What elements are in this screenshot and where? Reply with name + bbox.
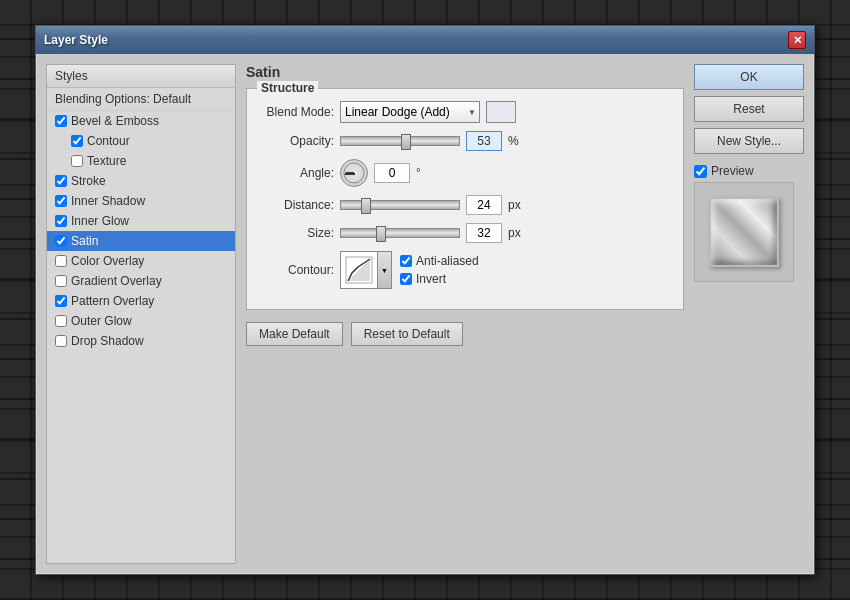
dialog-title: Layer Style <box>44 33 108 47</box>
distance-row: Distance: px <box>259 195 671 215</box>
size-row: Size: px <box>259 223 671 243</box>
dialog-body: Styles Blending Options: Default Bevel &… <box>36 54 814 574</box>
size-label: Size: <box>259 226 334 240</box>
reset-button[interactable]: Reset <box>694 96 804 122</box>
sidebar-item-color-overlay[interactable]: Color Overlay <box>47 251 235 271</box>
contour-label: Contour: <box>259 263 334 277</box>
opacity-input[interactable] <box>466 131 502 151</box>
size-slider-track[interactable] <box>340 228 460 238</box>
section-title: Satin <box>246 64 684 80</box>
sidebar-item-pattern-overlay[interactable]: Pattern Overlay <box>47 291 235 311</box>
invert-text: Invert <box>416 272 446 286</box>
sidebar-item-outer-glow[interactable]: Outer Glow <box>47 311 235 331</box>
contour-row: Contour: ▼ <box>259 251 671 289</box>
structure-group: Structure Blend Mode: NormalDissolveDark… <box>246 88 684 310</box>
checkbox-satin[interactable] <box>55 235 67 247</box>
sidebar-item-bevel-emboss[interactable]: Bevel & Emboss <box>47 111 235 131</box>
sidebar-item-inner-shadow[interactable]: Inner Shadow <box>47 191 235 211</box>
angle-input[interactable] <box>374 163 410 183</box>
checkbox-texture[interactable] <box>71 155 83 167</box>
anti-aliased-label[interactable]: Anti-aliased <box>400 254 479 268</box>
sidebar-item-label-satin: Satin <box>71 234 98 248</box>
styles-header[interactable]: Styles <box>47 65 235 88</box>
checkbox-stroke[interactable] <box>55 175 67 187</box>
opacity-slider-thumb[interactable] <box>401 134 411 150</box>
preview-box <box>694 182 794 282</box>
checkbox-color-overlay[interactable] <box>55 255 67 267</box>
blend-mode-row: Blend Mode: NormalDissolveDarkenMultiply… <box>259 101 671 123</box>
distance-input[interactable] <box>466 195 502 215</box>
opacity-row: Opacity: % <box>259 131 671 151</box>
preview-section: Preview <box>694 164 804 282</box>
svg-point-0 <box>344 163 364 183</box>
sidebar-item-inner-glow[interactable]: Inner Glow <box>47 211 235 231</box>
left-panel: Styles Blending Options: Default Bevel &… <box>46 64 236 564</box>
distance-slider-track[interactable] <box>340 200 460 210</box>
make-default-button[interactable]: Make Default <box>246 322 343 346</box>
style-list: Bevel & EmbossContourTextureStrokeInner … <box>47 111 235 351</box>
checkbox-outer-glow[interactable] <box>55 315 67 327</box>
title-bar: Layer Style ✕ <box>36 26 814 54</box>
close-button[interactable]: ✕ <box>788 31 806 49</box>
opacity-slider-track[interactable] <box>340 136 460 146</box>
contour-preview[interactable] <box>340 251 378 289</box>
anti-aliased-text: Anti-aliased <box>416 254 479 268</box>
sidebar-item-label-bevel-emboss: Bevel & Emboss <box>71 114 159 128</box>
size-input[interactable] <box>466 223 502 243</box>
sidebar-item-label-outer-glow: Outer Glow <box>71 314 132 328</box>
contour-options: Anti-aliased Invert <box>400 254 479 286</box>
distance-slider-thumb[interactable] <box>361 198 371 214</box>
blend-mode-label: Blend Mode: <box>259 105 334 119</box>
sidebar-item-label-inner-shadow: Inner Shadow <box>71 194 145 208</box>
checkbox-gradient-overlay[interactable] <box>55 275 67 287</box>
sidebar-item-label-stroke: Stroke <box>71 174 106 188</box>
preview-checkbox[interactable] <box>694 165 707 178</box>
contour-dropdown-btn[interactable]: ▼ <box>378 251 392 289</box>
bottom-buttons: Make Default Reset to Default <box>246 322 684 346</box>
blend-mode-select[interactable]: NormalDissolveDarkenMultiplyColor BurnLi… <box>340 101 480 123</box>
sidebar-item-drop-shadow[interactable]: Drop Shadow <box>47 331 235 351</box>
preview-satin-visual <box>709 197 779 267</box>
checkbox-bevel-emboss[interactable] <box>55 115 67 127</box>
sidebar-item-satin[interactable]: Satin <box>47 231 235 251</box>
checkbox-pattern-overlay[interactable] <box>55 295 67 307</box>
distance-label: Distance: <box>259 198 334 212</box>
structure-legend: Structure <box>257 81 318 95</box>
angle-dial[interactable] <box>340 159 368 187</box>
angle-row: Angle: ° <box>259 159 671 187</box>
sidebar-item-label-texture: Texture <box>87 154 126 168</box>
opacity-unit: % <box>508 134 519 148</box>
invert-label[interactable]: Invert <box>400 272 479 286</box>
right-panel: OK Reset New Style... Preview <box>694 64 804 564</box>
reset-to-default-button[interactable]: Reset to Default <box>351 322 463 346</box>
distance-unit: px <box>508 198 521 212</box>
main-content: Satin Structure Blend Mode: NormalDissol… <box>246 64 684 564</box>
checkbox-inner-glow[interactable] <box>55 215 67 227</box>
invert-checkbox[interactable] <box>400 273 412 285</box>
sidebar-item-gradient-overlay[interactable]: Gradient Overlay <box>47 271 235 291</box>
ok-button[interactable]: OK <box>694 64 804 90</box>
sidebar-item-label-color-overlay: Color Overlay <box>71 254 144 268</box>
sidebar-item-label-gradient-overlay: Gradient Overlay <box>71 274 162 288</box>
layer-style-dialog: Layer Style ✕ Styles Blending Options: D… <box>35 25 815 575</box>
blend-mode-select-wrapper: NormalDissolveDarkenMultiplyColor BurnLi… <box>340 101 480 123</box>
angle-label: Angle: <box>259 166 334 180</box>
size-slider-thumb[interactable] <box>376 226 386 242</box>
sidebar-item-texture[interactable]: Texture <box>47 151 235 171</box>
checkbox-inner-shadow[interactable] <box>55 195 67 207</box>
contour-control: ▼ Anti-aliased Invert <box>340 251 479 289</box>
blend-color-swatch[interactable] <box>486 101 516 123</box>
blending-options-item[interactable]: Blending Options: Default <box>47 88 235 111</box>
sidebar-item-label-drop-shadow: Drop Shadow <box>71 334 144 348</box>
preview-checkbox-label[interactable]: Preview <box>694 164 804 178</box>
angle-unit: ° <box>416 166 421 180</box>
anti-aliased-checkbox[interactable] <box>400 255 412 267</box>
new-style-button[interactable]: New Style... <box>694 128 804 154</box>
sidebar-item-stroke[interactable]: Stroke <box>47 171 235 191</box>
size-unit: px <box>508 226 521 240</box>
sidebar-item-label-inner-glow: Inner Glow <box>71 214 129 228</box>
checkbox-contour[interactable] <box>71 135 83 147</box>
checkbox-drop-shadow[interactable] <box>55 335 67 347</box>
sidebar-item-label-pattern-overlay: Pattern Overlay <box>71 294 154 308</box>
sidebar-item-contour[interactable]: Contour <box>47 131 235 151</box>
